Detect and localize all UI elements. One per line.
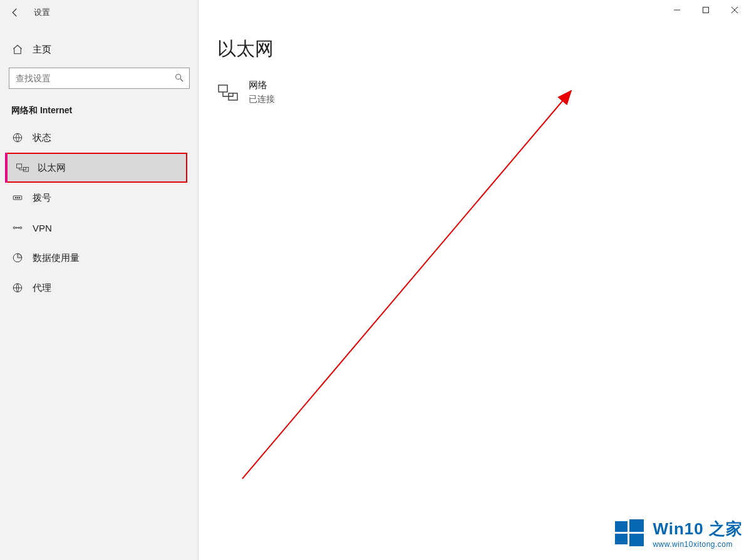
maximize-icon — [702, 6, 710, 14]
svg-line-19 — [242, 91, 571, 479]
svg-point-11 — [17, 197, 18, 198]
sidebar-item-label: VPN — [33, 223, 52, 233]
svg-point-14 — [20, 227, 22, 229]
svg-rect-20 — [615, 521, 628, 532]
search-input[interactable] — [9, 68, 189, 88]
home-icon — [11, 44, 24, 55]
app-title: 设置 — [34, 7, 50, 18]
svg-rect-23 — [629, 534, 644, 546]
watermark-text: Win10 之家 www.win10xitong.com — [653, 518, 743, 549]
network-name: 网络 — [249, 79, 275, 91]
vpn-icon — [11, 222, 24, 233]
sidebar-category: 网络和 Internet — [0, 96, 199, 123]
sidebar-item-label: 数据使用量 — [33, 252, 80, 264]
annotation-arrow — [236, 84, 587, 485]
back-button[interactable] — [0, 0, 30, 25]
svg-line-5 — [180, 79, 183, 81]
watermark: Win10 之家 www.win10xitong.com — [614, 517, 743, 549]
sidebar-item-dialup[interactable]: 拨号 — [0, 183, 199, 213]
close-icon — [731, 6, 738, 14]
minimize-button[interactable] — [663, 0, 691, 20]
sidebar-item-label: 以太网 — [38, 162, 66, 174]
sidebar-item-proxy[interactable]: 代理 — [0, 273, 199, 303]
svg-rect-21 — [629, 519, 644, 532]
data-usage-icon — [11, 252, 24, 263]
window-controls — [663, 0, 749, 20]
watermark-title: Win10 之家 — [653, 518, 743, 540]
svg-rect-1 — [703, 8, 709, 13]
svg-point-13 — [13, 227, 15, 229]
content-container: 主页 网络和 Internet 状态 — [0, 25, 749, 560]
close-button[interactable] — [720, 0, 749, 20]
watermark-url: www.win10xitong.com — [653, 540, 743, 549]
windows-logo-icon — [614, 517, 645, 549]
minimize-icon — [673, 6, 681, 14]
globe-icon — [11, 132, 24, 143]
network-status: 已连接 — [249, 94, 275, 105]
network-ethernet-icon — [217, 84, 239, 101]
svg-rect-22 — [615, 534, 628, 544]
sidebar: 主页 网络和 Internet 状态 — [0, 25, 199, 560]
sidebar-item-data-usage[interactable]: 数据使用量 — [0, 243, 199, 273]
network-status-row[interactable]: 网络 已连接 — [217, 79, 730, 105]
arrow-left-icon — [9, 7, 21, 18]
search-icon — [174, 73, 184, 83]
sidebar-item-vpn[interactable]: VPN — [0, 213, 199, 243]
dialup-icon — [11, 192, 24, 203]
svg-point-12 — [19, 197, 20, 198]
svg-rect-7 — [17, 164, 22, 168]
sidebar-item-status[interactable]: 状态 — [0, 123, 199, 153]
search-box[interactable] — [9, 68, 190, 89]
svg-point-10 — [15, 197, 16, 198]
main-pane: 以太网 网络 已连接 相关设置 更改适配器选项 更改高级共享设置 网络和共享中心… — [199, 25, 749, 560]
title-bar: 设置 — [0, 0, 749, 25]
sidebar-nav: 状态 以太网 拨号 VPN — [0, 123, 199, 303]
network-text: 网络 已连接 — [249, 79, 275, 105]
svg-point-4 — [176, 74, 181, 79]
sidebar-home[interactable]: 主页 — [0, 36, 199, 63]
svg-rect-17 — [219, 85, 227, 92]
ethernet-icon — [16, 163, 29, 173]
sidebar-item-ethernet[interactable]: 以太网 — [5, 153, 187, 183]
sidebar-item-label: 拨号 — [33, 192, 51, 204]
sidebar-home-label: 主页 — [33, 44, 51, 56]
page-title: 以太网 — [217, 36, 730, 62]
maximize-button[interactable] — [691, 0, 720, 20]
sidebar-item-label: 代理 — [33, 282, 51, 294]
proxy-icon — [11, 282, 24, 293]
search-wrap — [0, 63, 199, 96]
sidebar-item-label: 状态 — [33, 132, 51, 144]
